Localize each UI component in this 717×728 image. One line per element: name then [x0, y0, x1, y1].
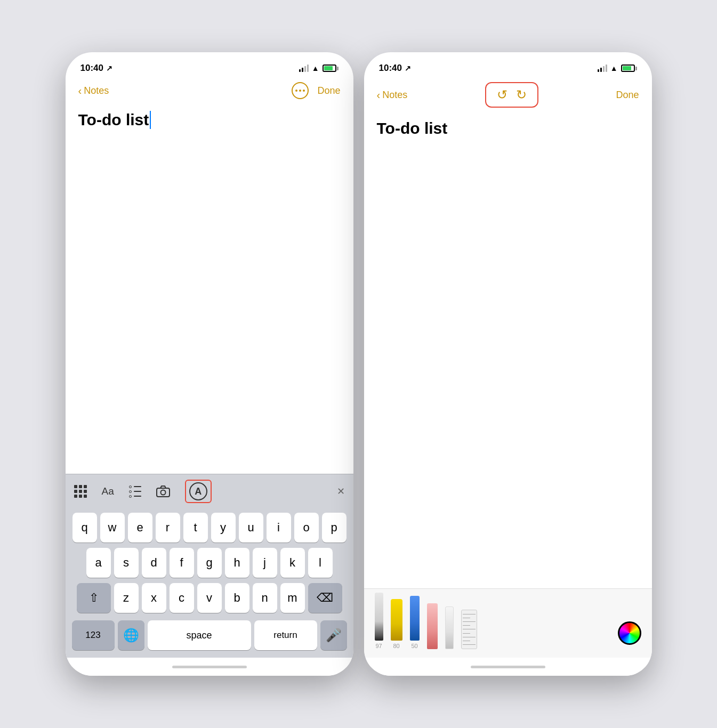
draw-icon: A [189, 482, 207, 500]
home-indicator-bar [172, 666, 247, 668]
key-p[interactable]: p [322, 513, 347, 543]
redo-button[interactable]: ↻ [516, 87, 527, 102]
time-text: 10:40 [80, 63, 103, 74]
undo-redo-container: ↺ ↻ [485, 82, 538, 108]
camera-button[interactable] [156, 486, 170, 497]
key-x[interactable]: x [142, 583, 166, 613]
drawing-toolbar: 97 80 50 [364, 588, 652, 658]
left-home-indicator [66, 658, 353, 676]
tool-pencil[interactable]: 97 [375, 593, 383, 649]
left-status-icons: ▲ [299, 64, 339, 72]
key-n[interactable]: n [253, 583, 277, 613]
key-c[interactable]: c [170, 583, 194, 613]
key-h[interactable]: h [225, 548, 249, 578]
format-button[interactable]: Aa [102, 486, 114, 497]
key-i[interactable]: i [267, 513, 291, 543]
tool-pen[interactable]: 50 [410, 596, 420, 649]
marker-opacity: 80 [393, 643, 399, 649]
right-note-content[interactable]: To-do list [364, 114, 652, 588]
tool-mono-pencil[interactable] [445, 606, 454, 649]
tool-eraser[interactable] [427, 603, 438, 649]
keyboard-row-1: q w e r t y u i o p [69, 513, 350, 543]
key-d[interactable]: d [142, 548, 166, 578]
tool-marker[interactable]: 80 [391, 599, 402, 649]
right-home-indicator [364, 658, 652, 676]
key-a[interactable]: a [86, 548, 111, 578]
right-status-bar: 10:40 ↗ ▲ [364, 52, 652, 80]
wifi-icon-right: ▲ [610, 64, 618, 72]
key-space[interactable]: space [148, 620, 251, 650]
key-123[interactable]: 123 [72, 620, 115, 650]
svg-point-1 [160, 490, 165, 495]
left-phone-frame: 10:40 ↗ ▲ ‹ Notes [66, 52, 353, 676]
key-v[interactable]: v [197, 583, 222, 613]
left-nav-center: Done [292, 82, 340, 99]
back-label: Notes [84, 85, 109, 96]
color-wheel-button[interactable] [618, 621, 641, 645]
tool-ruler[interactable] [461, 610, 477, 649]
grid-button[interactable] [74, 485, 87, 498]
key-e[interactable]: e [128, 513, 152, 543]
left-back-button[interactable]: ‹ Notes [78, 85, 109, 97]
tools-row: 97 80 50 [375, 593, 477, 649]
wifi-icon: ▲ [312, 64, 319, 72]
keyboard-row-2: a s d f g h j k l [69, 548, 350, 578]
undo-button[interactable]: ↺ [497, 87, 507, 102]
marker-body [391, 599, 402, 641]
key-backspace[interactable]: ⌫ [308, 583, 342, 613]
time-text-right: 10:40 [379, 63, 402, 74]
signal-icon [299, 64, 309, 72]
keyboard-close-button[interactable]: ✕ [337, 486, 345, 497]
back-chevron-icon: ‹ [78, 85, 82, 97]
key-s[interactable]: s [114, 548, 139, 578]
keyboard-row-3: ⇧ z x c v b n m ⌫ [69, 583, 350, 613]
key-k[interactable]: k [280, 548, 305, 578]
left-nav-bar: ‹ Notes Done [66, 80, 353, 106]
more-button[interactable] [292, 82, 309, 99]
key-l[interactable]: l [308, 548, 333, 578]
keyboard-toolbar: Aa [66, 474, 353, 508]
grid-icon [74, 485, 87, 498]
key-o[interactable]: o [294, 513, 319, 543]
pen-body [410, 596, 420, 641]
draw-button[interactable]: A [185, 480, 212, 503]
list-button[interactable] [129, 486, 141, 498]
list-icon [129, 486, 141, 498]
mono-pencil-body [445, 606, 454, 649]
key-b[interactable]: b [225, 583, 249, 613]
pencil-opacity: 97 [375, 643, 382, 649]
toolbar-icons: Aa [74, 480, 212, 503]
left-status-time: 10:40 ↗ [80, 63, 112, 74]
pencil-body [375, 593, 383, 641]
right-home-indicator-bar [471, 666, 545, 668]
right-back-chevron-icon: ‹ [377, 89, 381, 101]
key-g[interactable]: g [197, 548, 222, 578]
key-q[interactable]: q [72, 513, 97, 543]
right-back-label: Notes [382, 90, 407, 101]
ruler-body [461, 610, 477, 649]
right-phone-frame: 10:40 ↗ ▲ ‹ Notes [364, 52, 652, 676]
close-icon: ✕ [337, 486, 345, 497]
key-shift[interactable]: ⇧ [77, 583, 111, 613]
key-z[interactable]: z [114, 583, 139, 613]
keyboard: q w e r t y u i o p a s d f g h j k [66, 508, 353, 658]
key-u[interactable]: u [239, 513, 263, 543]
left-note-content[interactable]: To-do list [66, 106, 353, 474]
right-back-button[interactable]: ‹ Notes [377, 89, 408, 101]
text-cursor [150, 111, 151, 129]
key-y[interactable]: y [211, 513, 236, 543]
key-t[interactable]: t [183, 513, 208, 543]
key-return[interactable]: return [254, 620, 317, 650]
location-icon: ↗ [106, 64, 112, 72]
key-w[interactable]: w [100, 513, 125, 543]
right-note-title: To-do list [377, 119, 639, 137]
key-mic[interactable]: 🎤 [320, 620, 347, 650]
key-r[interactable]: r [156, 513, 180, 543]
done-button[interactable]: Done [317, 85, 340, 96]
key-f[interactable]: f [170, 548, 194, 578]
key-globe[interactable]: 🌐 [118, 620, 144, 650]
right-done-button[interactable]: Done [616, 90, 639, 101]
key-j[interactable]: j [253, 548, 277, 578]
left-status-bar: 10:40 ↗ ▲ [66, 52, 353, 80]
key-m[interactable]: m [280, 583, 305, 613]
